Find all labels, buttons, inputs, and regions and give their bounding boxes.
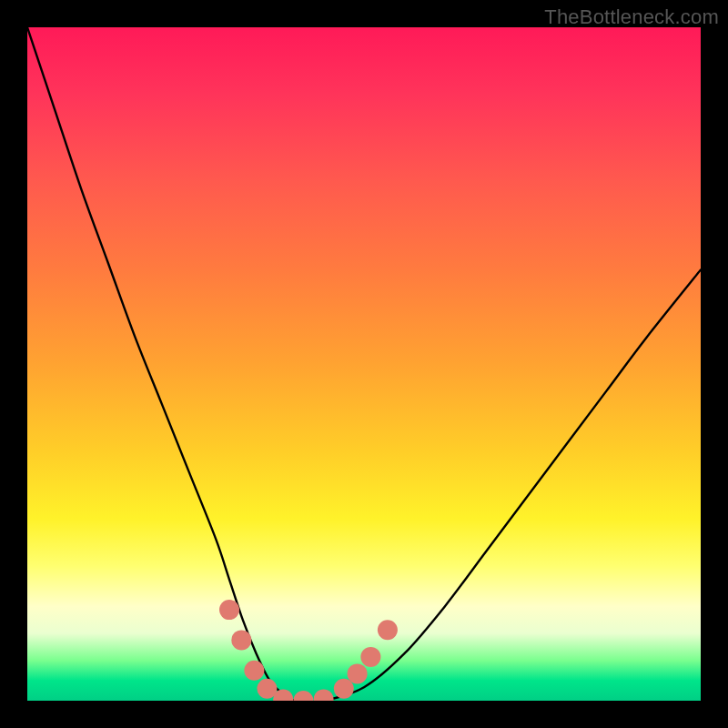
bottleneck-curve (27, 27, 701, 701)
valley-marker (348, 663, 368, 683)
watermark-text: TheBottleneck.com (544, 5, 719, 29)
valley-marker (244, 661, 264, 681)
chart-container: TheBottleneck.com (0, 0, 728, 728)
valley-markers-group (219, 600, 398, 701)
valley-marker (334, 679, 354, 699)
curve-layer (27, 27, 701, 701)
valley-marker (231, 630, 251, 650)
valley-marker (219, 600, 239, 620)
valley-marker (360, 647, 380, 667)
valley-marker (378, 620, 398, 640)
valley-marker (293, 691, 313, 701)
plot-area (27, 27, 701, 701)
valley-marker (314, 690, 334, 701)
